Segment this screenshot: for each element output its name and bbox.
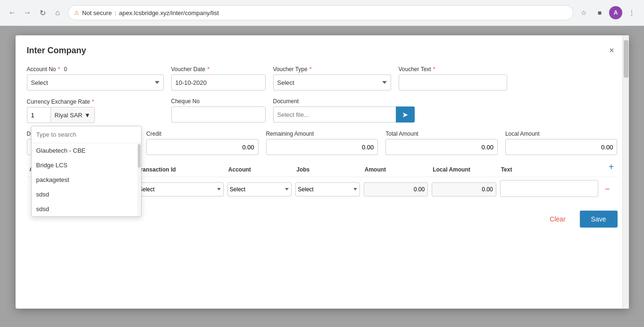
scrollbar-thumb bbox=[624, 40, 628, 78]
dropdown-item-3[interactable]: sdsd bbox=[32, 187, 141, 202]
credit-input[interactable] bbox=[146, 139, 259, 155]
lock-icon: ⚠ bbox=[74, 9, 79, 16]
total-amount-group: Total Amount bbox=[385, 131, 498, 155]
bookmark-button[interactable]: ☆ bbox=[577, 6, 590, 19]
dropdown-list: Glaubetech - CBE Bridge LCS packagetest … bbox=[32, 143, 141, 216]
voucher-text-label: Voucher Text bbox=[399, 66, 431, 73]
save-button[interactable]: Save bbox=[580, 211, 618, 228]
delete-row-button[interactable]: − bbox=[602, 184, 612, 195]
row-jobs-cell: Select bbox=[293, 177, 361, 202]
add-row-button[interactable]: + bbox=[605, 161, 618, 173]
voucher-type-required: * bbox=[309, 65, 312, 73]
document-input[interactable] bbox=[273, 106, 396, 123]
row-local-amount-cell bbox=[430, 177, 498, 202]
nav-buttons: ← → ↻ ⌂ bbox=[6, 6, 64, 19]
account-no-required: * bbox=[58, 65, 60, 73]
cheque-no-label: Cheque No bbox=[171, 98, 266, 105]
address-bar[interactable]: ⚠ Not secure | apex.lcsbridge.xyz/inter/… bbox=[68, 5, 573, 20]
row-local-amount-input[interactable] bbox=[432, 182, 496, 196]
row-account-select[interactable]: Select bbox=[227, 182, 292, 196]
currency-unit-selector[interactable]: Riyal SAR ▼ bbox=[50, 107, 95, 123]
url-text: apex.lcsbridge.xyz/inter/company/list bbox=[119, 9, 219, 16]
row-transaction-cell: Select bbox=[134, 177, 226, 202]
currency-required: * bbox=[92, 98, 94, 105]
total-input[interactable] bbox=[385, 139, 498, 155]
dropdown-item-4[interactable]: sdsd bbox=[32, 202, 141, 216]
row-jobs-select[interactable]: Select bbox=[295, 182, 360, 196]
modal-overlay: Inter Company × Account No * 0 Select bbox=[0, 26, 644, 327]
account-dropdown-popup: Glaubetech - CBE Bridge LCS packagetest … bbox=[31, 126, 142, 217]
document-group: Document ➤ bbox=[273, 98, 415, 123]
cheque-no-group: Cheque No bbox=[171, 98, 266, 123]
row-transaction-select[interactable]: Select bbox=[136, 182, 224, 196]
modal-header: Inter Company × bbox=[27, 45, 618, 56]
currency-dropdown-icon: ▼ bbox=[84, 112, 91, 119]
currency-exchange-label: Currency Exchange Rate bbox=[27, 98, 90, 105]
modal-dialog: Inter Company × Account No * 0 Select bbox=[16, 35, 629, 309]
account-no-count: 0 bbox=[64, 66, 67, 73]
document-input-group: ➤ bbox=[273, 106, 415, 123]
avatar: A bbox=[609, 6, 622, 19]
menu-button[interactable]: ⋮ bbox=[625, 6, 638, 19]
local-amount-group: Local Amount bbox=[505, 131, 618, 155]
remaining-label: Remaining Amount bbox=[266, 131, 378, 137]
form-row-2: Currency Exchange Rate * Riyal SAR ▼ Che… bbox=[27, 98, 618, 123]
local-amount-input[interactable] bbox=[505, 139, 618, 155]
reload-button[interactable]: ↻ bbox=[36, 6, 49, 19]
voucher-type-select[interactable]: Select bbox=[273, 74, 391, 90]
account-no-label: Account No bbox=[27, 66, 56, 73]
document-label: Document bbox=[273, 98, 415, 105]
row-amount-input[interactable] bbox=[364, 182, 428, 196]
voucher-type-group: Voucher Type * Select bbox=[273, 65, 391, 90]
upload-icon: ➤ bbox=[402, 110, 408, 119]
row-amount-cell bbox=[362, 177, 430, 202]
home-button[interactable]: ⌂ bbox=[51, 6, 64, 19]
col-amount: Amount bbox=[362, 163, 430, 177]
modal-title: Inter Company bbox=[27, 46, 86, 56]
dropdown-scrollbar-thumb bbox=[138, 144, 141, 168]
currency-num-input[interactable] bbox=[27, 107, 50, 123]
credit-group: Credit bbox=[146, 131, 259, 155]
dropdown-search-input[interactable] bbox=[32, 126, 141, 143]
credit-label: Credit bbox=[146, 131, 259, 137]
voucher-date-label: Voucher Date bbox=[171, 66, 206, 73]
row-account-cell: Select bbox=[226, 177, 293, 202]
dropdown-scrollbar bbox=[137, 143, 141, 216]
back-button[interactable]: ← bbox=[6, 6, 19, 19]
total-label: Total Amount bbox=[385, 131, 498, 137]
account-no-group: Account No * 0 Select bbox=[27, 65, 164, 90]
browser-chrome: ← → ↻ ⌂ ⚠ Not secure | apex.lcsbridge.xy… bbox=[0, 0, 644, 26]
document-upload-button[interactable]: ➤ bbox=[396, 106, 415, 123]
remaining-input[interactable] bbox=[266, 139, 378, 155]
remaining-amount-group: Remaining Amount bbox=[266, 131, 378, 155]
browser-actions: ☆ ■ A ⋮ bbox=[577, 6, 638, 19]
local-amount-label: Local Amount bbox=[505, 131, 618, 137]
row-text-input[interactable] bbox=[500, 180, 599, 197]
page-background: Inter Company × Account No * 0 Select bbox=[0, 26, 644, 327]
col-text: Text bbox=[498, 163, 601, 177]
voucher-text-input[interactable] bbox=[399, 74, 507, 90]
col-jobs: Jobs bbox=[293, 163, 361, 177]
voucher-date-input[interactable] bbox=[171, 74, 266, 90]
dropdown-item-1[interactable]: Bridge LCS bbox=[32, 158, 141, 172]
clear-button[interactable]: Clear bbox=[540, 211, 575, 228]
modal-scrollbar[interactable] bbox=[622, 35, 629, 309]
row-action-cell: − bbox=[600, 177, 617, 202]
dropdown-item-2[interactable]: packagetest bbox=[32, 172, 141, 187]
not-secure-label: Not secure bbox=[82, 9, 112, 16]
dropdown-item-0[interactable]: Glaubetech - CBE bbox=[32, 143, 141, 158]
form-row-1: Account No * 0 Select Voucher Date * bbox=[27, 65, 618, 90]
voucher-text-required: * bbox=[433, 65, 435, 73]
extension-button[interactable]: ■ bbox=[593, 6, 606, 19]
voucher-text-group: Voucher Text * bbox=[399, 65, 507, 90]
cheque-no-input[interactable] bbox=[171, 106, 266, 123]
forward-button[interactable]: → bbox=[21, 6, 34, 19]
close-button[interactable]: × bbox=[606, 45, 618, 56]
currency-unit-label: Riyal SAR bbox=[55, 112, 83, 119]
currency-input-group: Riyal SAR ▼ bbox=[27, 107, 164, 123]
account-no-select[interactable]: Select bbox=[27, 74, 164, 90]
col-account: Account bbox=[226, 163, 293, 177]
currency-exchange-group: Currency Exchange Rate * Riyal SAR ▼ bbox=[27, 98, 164, 123]
voucher-date-required: * bbox=[207, 65, 209, 73]
col-local-amount: Local Amount bbox=[430, 163, 498, 177]
